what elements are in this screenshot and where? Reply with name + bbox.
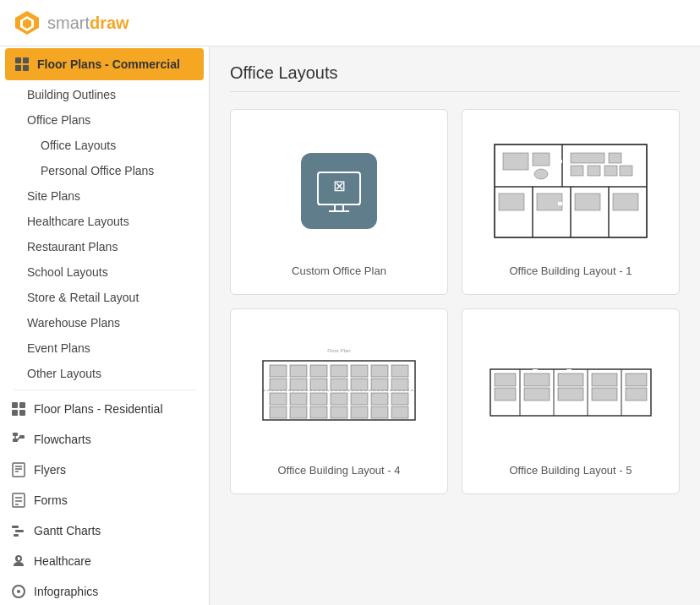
svg-rect-3 [15, 57, 21, 63]
svg-rect-106 [592, 373, 617, 386]
svg-rect-92 [371, 406, 388, 418]
sidebar-item-warehouse-plans[interactable]: Warehouse Plans [0, 310, 209, 335]
card-image-office-building-layout-4: Floor Plan [248, 326, 430, 454]
sidebar-item-office-layouts[interactable]: Office Layouts [0, 133, 209, 158]
svg-rect-100 [495, 373, 516, 386]
sidebar-item-healthcare-layouts-label: Healthcare Layouts [27, 215, 129, 228]
sidebar-item-store-retail-layout[interactable]: Store & Retail Layout [0, 285, 209, 310]
sidebar-item-flowcharts[interactable]: Flowcharts [0, 424, 209, 455]
sidebar-item-infographics[interactable]: Infographics [0, 576, 209, 605]
card-label-custom-office-plan: Custom Office Plan [292, 264, 386, 277]
svg-rect-75 [310, 379, 327, 390]
svg-rect-66 [270, 365, 287, 377]
svg-rect-5 [15, 65, 21, 71]
svg-rect-70 [351, 365, 368, 377]
svg-rect-85 [371, 393, 388, 405]
svg-rect-102 [524, 373, 550, 386]
svg-rect-87 [270, 406, 287, 418]
svg-rect-111 [566, 369, 571, 371]
floor-plan-svg-4: Floor Plan [254, 335, 424, 445]
sidebar-item-event-plans-label: Event Plans [27, 341, 90, 355]
sidebar-item-school-layouts-label: School Layouts [27, 265, 108, 279]
svg-rect-57 [620, 166, 632, 176]
svg-rect-16 [13, 463, 25, 477]
svg-rect-12 [13, 439, 18, 442]
sidebar-item-site-plans[interactable]: Site Plans [0, 183, 209, 209]
sidebar-item-personal-office-plans[interactable]: Personal Office Plans [0, 158, 209, 183]
svg-rect-88 [290, 406, 307, 418]
svg-rect-61 [613, 193, 638, 210]
svg-rect-103 [524, 388, 550, 401]
svg-rect-62 [558, 160, 562, 163]
svg-rect-76 [331, 379, 347, 390]
sidebar-item-floor-plans-commercial[interactable]: Floor Plans - Commercial [5, 48, 204, 80]
svg-rect-108 [626, 373, 647, 386]
svg-rect-55 [588, 166, 600, 176]
healthcare-icon [10, 553, 27, 570]
svg-rect-69 [331, 365, 347, 377]
svg-rect-104 [558, 373, 583, 386]
sidebar-item-floor-plans-residential-label: Floor Plans - Residential [34, 402, 163, 416]
sidebar-item-floor-plans-residential[interactable]: Floor Plans - Residential [0, 394, 209, 424]
sidebar-item-healthcare[interactable]: Healthcare [0, 546, 209, 576]
sidebar-item-floor-plans-commercial-label: Floor Plans - Commercial [37, 57, 180, 71]
sidebar-item-site-plans-label: Site Plans [27, 189, 80, 203]
sidebar-item-gantt-charts-label: Gantt Charts [34, 524, 101, 537]
svg-rect-58 [499, 193, 524, 210]
sidebar-item-office-plans[interactable]: Office Plans [0, 107, 209, 133]
svg-rect-68 [310, 365, 327, 377]
floor-plans-residential-icon [10, 401, 27, 417]
sidebar-item-school-layouts[interactable]: School Layouts [0, 259, 209, 285]
sidebar-item-flyers-label: Flyers [34, 463, 66, 477]
svg-rect-67 [290, 365, 307, 377]
svg-point-51 [534, 169, 548, 179]
card-office-building-layout-5[interactable]: Office Building Layout - 5 [462, 308, 680, 494]
sidebar-item-flyers[interactable]: Flyers [0, 455, 209, 485]
svg-rect-56 [604, 166, 617, 176]
card-office-building-layout-1[interactable]: Office Building Layout - 1 [462, 109, 680, 295]
sidebar-item-other-layouts-label: Other Layouts [27, 367, 101, 380]
section-title: Office Layouts [230, 63, 680, 92]
sidebar-item-building-outlines-label: Building Outlines [27, 88, 116, 101]
logo[interactable]: smartdraw [14, 9, 129, 36]
svg-rect-109 [626, 388, 647, 401]
cards-grid: ⊠ Custom Office Plan [230, 109, 680, 494]
svg-rect-54 [571, 166, 583, 176]
svg-rect-78 [371, 379, 388, 390]
sidebar-item-forms[interactable]: Forms [0, 485, 209, 515]
card-image-office-building-layout-1 [479, 127, 662, 254]
content-area: Office Layouts ⊠ [210, 46, 700, 605]
main-layout: Floor Plans - Commercial Building Outlin… [0, 46, 700, 605]
svg-rect-93 [391, 406, 408, 418]
svg-rect-73 [270, 379, 287, 390]
svg-rect-9 [12, 410, 18, 416]
sidebar-item-gantt-charts[interactable]: Gantt Charts [0, 515, 209, 546]
sidebar-item-healthcare-layouts[interactable]: Healthcare Layouts [0, 209, 209, 234]
svg-rect-52 [571, 153, 604, 163]
sidebar-item-personal-office-plans-label: Personal Office Plans [41, 164, 154, 177]
sidebar-item-flowcharts-label: Flowcharts [34, 433, 91, 446]
card-custom-office-plan[interactable]: ⊠ Custom Office Plan [230, 109, 448, 295]
sidebar-item-restaurant-plans[interactable]: Restaurant Plans [0, 234, 209, 259]
svg-rect-60 [575, 193, 600, 210]
svg-text:⊠: ⊠ [333, 177, 346, 194]
flowchart-icon [10, 431, 27, 448]
svg-rect-81 [290, 393, 307, 405]
floor-plan-svg-1 [486, 136, 655, 246]
card-office-building-layout-4[interactable]: Floor Plan Office Building Layout - 4 [230, 308, 448, 494]
svg-rect-77 [351, 379, 368, 390]
svg-rect-24 [12, 526, 19, 528]
sidebar-item-event-plans[interactable]: Event Plans [0, 335, 209, 361]
sidebar: Floor Plans - Commercial Building Outlin… [0, 46, 210, 605]
svg-rect-7 [12, 402, 18, 408]
flyers-icon [10, 461, 27, 478]
infographics-icon [10, 583, 27, 600]
sidebar-item-building-outlines[interactable]: Building Outlines [0, 82, 209, 107]
sidebar-item-other-layouts[interactable]: Other Layouts [0, 361, 209, 386]
svg-rect-26 [14, 534, 19, 537]
svg-rect-83 [331, 393, 347, 405]
svg-rect-105 [558, 388, 583, 401]
card-image-custom-office-plan: ⊠ [248, 127, 430, 254]
svg-rect-6 [23, 65, 29, 71]
sidebar-item-forms-label: Forms [34, 493, 68, 507]
